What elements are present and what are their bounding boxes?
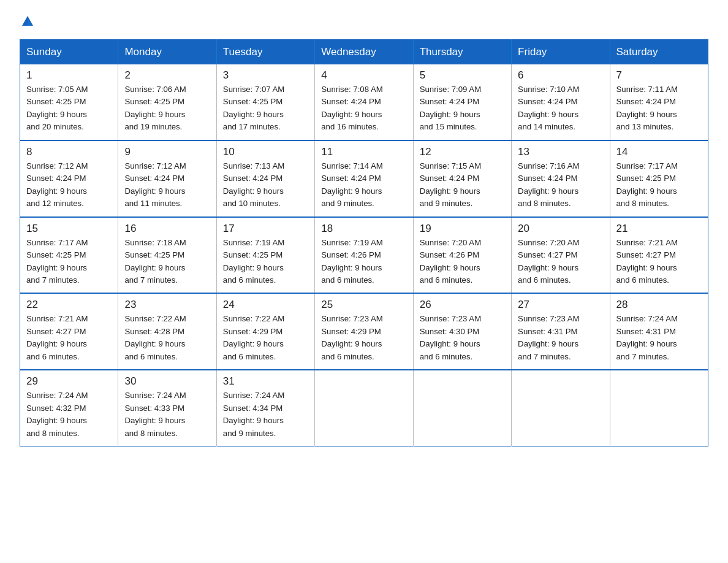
calendar-cell: 20 Sunrise: 7:20 AMSunset: 4:27 PMDaylig… bbox=[512, 217, 610, 294]
day-info: Sunrise: 7:12 AMSunset: 4:24 PMDaylight:… bbox=[124, 160, 210, 210]
day-number: 27 bbox=[518, 299, 603, 311]
day-number: 10 bbox=[223, 146, 308, 158]
day-info: Sunrise: 7:11 AMSunset: 4:24 PMDaylight:… bbox=[616, 83, 702, 134]
calendar-cell bbox=[413, 370, 511, 446]
day-number: 8 bbox=[26, 146, 112, 158]
calendar-cell: 10 Sunrise: 7:13 AMSunset: 4:24 PMDaylig… bbox=[216, 140, 314, 217]
day-number: 18 bbox=[321, 223, 406, 235]
calendar-table: SundayMondayTuesdayWednesdayThursdayFrid… bbox=[20, 39, 708, 446]
day-number: 19 bbox=[420, 223, 505, 235]
day-number: 15 bbox=[26, 223, 112, 235]
calendar-cell: 25 Sunrise: 7:23 AMSunset: 4:29 PMDaylig… bbox=[315, 293, 413, 370]
calendar-cell: 8 Sunrise: 7:12 AMSunset: 4:24 PMDayligh… bbox=[20, 140, 118, 217]
weekday-header-monday: Monday bbox=[118, 40, 216, 65]
svg-marker-1 bbox=[28, 18, 32, 26]
day-number: 12 bbox=[420, 146, 505, 158]
day-info: Sunrise: 7:20 AMSunset: 4:27 PMDaylight:… bbox=[518, 237, 603, 287]
day-number: 14 bbox=[616, 146, 702, 158]
day-info: Sunrise: 7:23 AMSunset: 4:29 PMDaylight:… bbox=[321, 313, 406, 363]
calendar-week-row: 1 Sunrise: 7:05 AMSunset: 4:25 PMDayligh… bbox=[20, 64, 708, 140]
calendar-cell bbox=[315, 370, 413, 446]
day-info: Sunrise: 7:15 AMSunset: 4:24 PMDaylight:… bbox=[420, 160, 505, 210]
day-info: Sunrise: 7:09 AMSunset: 4:24 PMDaylight:… bbox=[420, 83, 505, 134]
day-info: Sunrise: 7:19 AMSunset: 4:26 PMDaylight:… bbox=[321, 237, 406, 287]
day-info: Sunrise: 7:24 AMSunset: 4:31 PMDaylight:… bbox=[616, 313, 702, 363]
calendar-cell: 22 Sunrise: 7:21 AMSunset: 4:27 PMDaylig… bbox=[20, 293, 118, 370]
calendar-cell bbox=[610, 370, 708, 446]
day-number: 17 bbox=[223, 223, 308, 235]
calendar-week-row: 8 Sunrise: 7:12 AMSunset: 4:24 PMDayligh… bbox=[20, 140, 708, 217]
calendar-week-row: 22 Sunrise: 7:21 AMSunset: 4:27 PMDaylig… bbox=[20, 293, 708, 370]
day-number: 13 bbox=[518, 146, 603, 158]
day-number: 30 bbox=[124, 375, 210, 388]
calendar-cell: 19 Sunrise: 7:20 AMSunset: 4:26 PMDaylig… bbox=[413, 217, 511, 294]
calendar-cell: 18 Sunrise: 7:19 AMSunset: 4:26 PMDaylig… bbox=[315, 217, 413, 294]
day-number: 26 bbox=[420, 299, 505, 311]
day-info: Sunrise: 7:14 AMSunset: 4:24 PMDaylight:… bbox=[321, 160, 406, 210]
weekday-header-friday: Friday bbox=[512, 40, 610, 65]
calendar-week-row: 15 Sunrise: 7:17 AMSunset: 4:25 PMDaylig… bbox=[20, 217, 708, 294]
day-info: Sunrise: 7:10 AMSunset: 4:24 PMDaylight:… bbox=[518, 83, 603, 134]
day-number: 28 bbox=[616, 299, 702, 311]
day-info: Sunrise: 7:24 AMSunset: 4:33 PMDaylight:… bbox=[124, 389, 210, 440]
calendar-cell: 27 Sunrise: 7:23 AMSunset: 4:31 PMDaylig… bbox=[512, 293, 610, 370]
calendar-cell: 9 Sunrise: 7:12 AMSunset: 4:24 PMDayligh… bbox=[118, 140, 216, 217]
day-number: 6 bbox=[518, 69, 603, 82]
day-info: Sunrise: 7:16 AMSunset: 4:24 PMDaylight:… bbox=[518, 160, 603, 210]
day-info: Sunrise: 7:23 AMSunset: 4:30 PMDaylight:… bbox=[420, 313, 505, 363]
calendar-cell: 23 Sunrise: 7:22 AMSunset: 4:28 PMDaylig… bbox=[118, 293, 216, 370]
day-number: 23 bbox=[124, 299, 210, 311]
calendar-cell: 3 Sunrise: 7:07 AMSunset: 4:25 PMDayligh… bbox=[216, 64, 314, 140]
day-number: 4 bbox=[321, 69, 406, 82]
day-info: Sunrise: 7:08 AMSunset: 4:24 PMDaylight:… bbox=[321, 83, 406, 134]
calendar-cell: 30 Sunrise: 7:24 AMSunset: 4:33 PMDaylig… bbox=[118, 370, 216, 446]
day-info: Sunrise: 7:17 AMSunset: 4:25 PMDaylight:… bbox=[616, 160, 702, 210]
calendar-cell: 17 Sunrise: 7:19 AMSunset: 4:25 PMDaylig… bbox=[216, 217, 314, 294]
weekday-header-wednesday: Wednesday bbox=[315, 40, 413, 65]
day-number: 25 bbox=[321, 299, 406, 311]
calendar-cell: 14 Sunrise: 7:17 AMSunset: 4:25 PMDaylig… bbox=[610, 140, 708, 217]
day-info: Sunrise: 7:19 AMSunset: 4:25 PMDaylight:… bbox=[223, 237, 308, 287]
day-info: Sunrise: 7:05 AMSunset: 4:25 PMDaylight:… bbox=[26, 83, 112, 134]
calendar-cell: 7 Sunrise: 7:11 AMSunset: 4:24 PMDayligh… bbox=[610, 64, 708, 140]
calendar-week-row: 29 Sunrise: 7:24 AMSunset: 4:32 PMDaylig… bbox=[20, 370, 708, 446]
weekday-header-sunday: Sunday bbox=[20, 40, 118, 65]
day-number: 5 bbox=[420, 69, 505, 82]
day-info: Sunrise: 7:13 AMSunset: 4:24 PMDaylight:… bbox=[223, 160, 308, 210]
calendar-cell: 15 Sunrise: 7:17 AMSunset: 4:25 PMDaylig… bbox=[20, 217, 118, 294]
calendar-cell: 28 Sunrise: 7:24 AMSunset: 4:31 PMDaylig… bbox=[610, 293, 708, 370]
day-info: Sunrise: 7:22 AMSunset: 4:28 PMDaylight:… bbox=[124, 313, 210, 363]
calendar-cell: 1 Sunrise: 7:05 AMSunset: 4:25 PMDayligh… bbox=[20, 64, 118, 140]
calendar-cell bbox=[512, 370, 610, 446]
calendar-cell: 21 Sunrise: 7:21 AMSunset: 4:27 PMDaylig… bbox=[610, 217, 708, 294]
day-info: Sunrise: 7:24 AMSunset: 4:32 PMDaylight:… bbox=[26, 389, 112, 440]
calendar-cell: 12 Sunrise: 7:15 AMSunset: 4:24 PMDaylig… bbox=[413, 140, 511, 217]
day-number: 24 bbox=[223, 299, 308, 311]
weekday-header-row: SundayMondayTuesdayWednesdayThursdayFrid… bbox=[20, 40, 708, 65]
day-number: 1 bbox=[26, 69, 112, 82]
calendar-cell: 31 Sunrise: 7:24 AMSunset: 4:34 PMDaylig… bbox=[216, 370, 314, 446]
calendar-cell: 13 Sunrise: 7:16 AMSunset: 4:24 PMDaylig… bbox=[512, 140, 610, 217]
logo-icon bbox=[21, 15, 34, 28]
day-info: Sunrise: 7:17 AMSunset: 4:25 PMDaylight:… bbox=[26, 237, 112, 287]
weekday-header-tuesday: Tuesday bbox=[216, 40, 314, 65]
day-info: Sunrise: 7:21 AMSunset: 4:27 PMDaylight:… bbox=[616, 237, 702, 287]
logo bbox=[20, 15, 36, 28]
calendar-cell: 16 Sunrise: 7:18 AMSunset: 4:25 PMDaylig… bbox=[118, 217, 216, 294]
day-info: Sunrise: 7:12 AMSunset: 4:24 PMDaylight:… bbox=[26, 160, 112, 210]
day-number: 3 bbox=[223, 69, 308, 82]
day-info: Sunrise: 7:23 AMSunset: 4:31 PMDaylight:… bbox=[518, 313, 603, 363]
calendar-cell: 24 Sunrise: 7:22 AMSunset: 4:29 PMDaylig… bbox=[216, 293, 314, 370]
day-info: Sunrise: 7:07 AMSunset: 4:25 PMDaylight:… bbox=[223, 83, 308, 134]
calendar-cell: 26 Sunrise: 7:23 AMSunset: 4:30 PMDaylig… bbox=[413, 293, 511, 370]
day-info: Sunrise: 7:06 AMSunset: 4:25 PMDaylight:… bbox=[124, 83, 210, 134]
calendar-cell: 11 Sunrise: 7:14 AMSunset: 4:24 PMDaylig… bbox=[315, 140, 413, 217]
day-info: Sunrise: 7:21 AMSunset: 4:27 PMDaylight:… bbox=[26, 313, 112, 363]
day-number: 20 bbox=[518, 223, 603, 235]
page-header bbox=[20, 15, 708, 28]
weekday-header-thursday: Thursday bbox=[413, 40, 511, 65]
day-info: Sunrise: 7:22 AMSunset: 4:29 PMDaylight:… bbox=[223, 313, 308, 363]
day-number: 7 bbox=[616, 69, 702, 82]
day-number: 31 bbox=[223, 375, 308, 388]
day-info: Sunrise: 7:18 AMSunset: 4:25 PMDaylight:… bbox=[124, 237, 210, 287]
